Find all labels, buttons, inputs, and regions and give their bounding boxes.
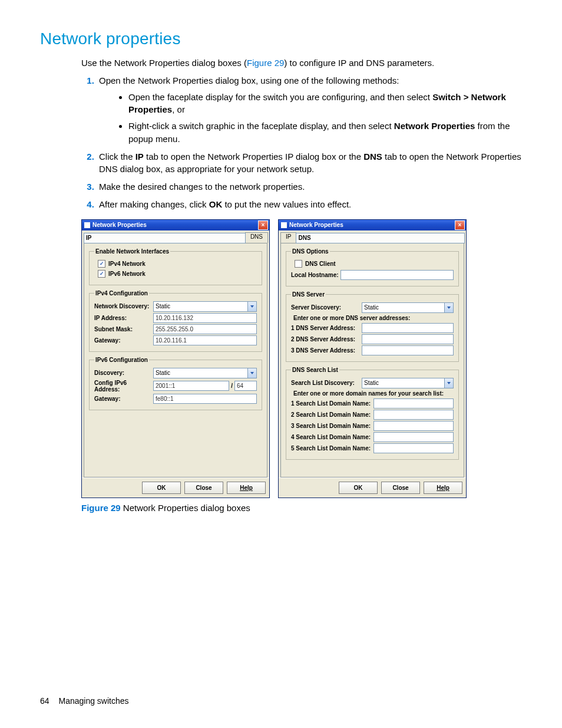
ipv6-config-legend: IPv6 Configuration [94, 357, 149, 363]
search-domain-2-input[interactable] [373, 410, 454, 420]
window-title: Network Properties [92, 222, 147, 228]
help-button[interactable]: Help [424, 482, 462, 494]
network-properties-ip-dialog: Network Properties × IP DNS Enable Netwo… [81, 219, 270, 498]
step-2-mid: tab to open the Network Properties IP di… [144, 151, 363, 162]
step-1b-bold: Network Properties [394, 121, 475, 131]
dns-client-checkbox[interactable]: DNS Client [295, 260, 454, 268]
gateway6-input[interactable]: fe80::1 [153, 394, 257, 404]
dns-options-group: DNS Options DNS Client Local Hostname: [286, 248, 459, 286]
prefix-input[interactable]: 64 [234, 381, 257, 391]
page-title: Network properties [40, 29, 522, 48]
step-2-dns: DNS [363, 151, 382, 162]
close-icon[interactable]: × [455, 220, 465, 230]
dns-server-3-input[interactable] [362, 345, 454, 355]
config-ipv6-label: Config IPv6 Address: [94, 380, 153, 393]
chevron-down-icon[interactable] [247, 368, 256, 378]
discovery-value: Static [156, 370, 170, 376]
figure-caption-text: Network Properties dialog boxes [121, 503, 250, 513]
search-domain-5-label: 5 Search List Domain Name: [291, 445, 373, 452]
close-icon[interactable]: × [258, 220, 268, 230]
tab-dns[interactable]: DNS [245, 232, 268, 243]
local-hostname-label: Local Hostname: [291, 272, 340, 278]
network-discovery-label: Network Discovery: [94, 303, 153, 309]
step-1b: Right-click a switch graphic in the face… [128, 120, 522, 146]
network-discovery-value: Static [156, 303, 170, 309]
search-discovery-label: Search List Discovery: [291, 380, 362, 386]
dns-options-legend: DNS Options [291, 248, 330, 255]
enable-interfaces-group: Enable Network Interfaces ✓IPv4 Network … [89, 248, 262, 285]
dns-server-2-input[interactable] [362, 334, 454, 344]
search-discovery-select[interactable]: Static [362, 378, 454, 388]
ipv4-network-label: IPv4 Network [108, 261, 146, 267]
step-1a: Open the faceplate display for the switc… [128, 91, 522, 117]
config-ipv6-input[interactable]: 2001::1 [153, 381, 229, 391]
chevron-down-icon[interactable] [444, 378, 453, 388]
ok-button[interactable]: OK [339, 482, 378, 494]
search-domain-4-label: 4 Search List Domain Name: [291, 434, 373, 440]
ok-button[interactable]: OK [142, 482, 181, 494]
search-domain-1-label: 1 Search List Domain Name: [291, 400, 373, 407]
ip-address-label: IP Address: [94, 315, 153, 321]
enable-interfaces-legend: Enable Network Interfaces [94, 248, 170, 255]
search-domain-5-input[interactable] [373, 443, 454, 453]
figure-caption: Figure 29 Network Properties dialog boxe… [81, 503, 522, 513]
app-icon [281, 222, 287, 228]
local-hostname-input[interactable] [340, 270, 454, 280]
prefix-slash: / [229, 383, 234, 389]
server-discovery-value: Static [364, 304, 379, 311]
tab-ip[interactable]: IP [84, 233, 246, 243]
step-4-post: to put the new values into effect. [222, 199, 351, 209]
figure-link[interactable]: Figure 29 [247, 58, 284, 68]
step-4: After making changes, click OK to put th… [97, 198, 522, 211]
dns-search-group: DNS Search List Search List Discovery: S… [286, 367, 459, 460]
dns-server-1-label: 1 DNS Server Address: [291, 325, 362, 331]
ipv6-network-checkbox[interactable]: ✓IPv6 Network [98, 270, 257, 278]
ipv4-config-group: IPv4 Configuration Network Discovery: St… [89, 290, 262, 352]
figure-number: Figure 29 [81, 503, 121, 513]
server-discovery-label: Server Discovery: [291, 304, 362, 311]
intro-paragraph: Use the Network Properties dialog boxes … [81, 57, 522, 70]
gateway6-label: Gateway: [94, 396, 153, 402]
step-1a-post: , or [172, 104, 185, 114]
page-number: 64 [40, 696, 49, 706]
dns-server-legend: DNS Server [291, 291, 326, 298]
help-button-label: Help [240, 485, 253, 491]
steps-list: Open the Network Properties dialog box, … [81, 74, 522, 211]
dialog-screenshots: Network Properties × IP DNS Enable Netwo… [81, 219, 522, 498]
step-2: Click the IP tab to open the Network Pro… [97, 150, 522, 176]
step-1b-pre: Right-click a switch graphic in the face… [128, 121, 394, 131]
gateway-label: Gateway: [94, 337, 153, 344]
ip-address-input[interactable]: 10.20.116.132 [153, 313, 257, 323]
chevron-down-icon[interactable] [247, 302, 256, 311]
dns-search-hint: Enter one or more domain names for your … [293, 390, 454, 397]
app-icon [84, 222, 90, 228]
search-domain-1-input[interactable] [373, 398, 454, 409]
network-discovery-select[interactable]: Static [153, 301, 257, 312]
gateway-input[interactable]: 10.20.116.1 [153, 335, 257, 345]
step-2-ip: IP [135, 151, 144, 162]
close-button[interactable]: Close [184, 482, 223, 494]
dns-server-3-label: 3 DNS Server Address: [291, 347, 362, 354]
close-button[interactable]: Close [381, 482, 420, 494]
ipv4-network-checkbox[interactable]: ✓IPv4 Network [98, 260, 257, 268]
tab-dns[interactable]: DNS [296, 233, 465, 243]
subnet-mask-input[interactable]: 255.255.255.0 [153, 324, 257, 334]
step-1: Open the Network Properties dialog box, … [97, 74, 522, 146]
help-button[interactable]: Help [227, 482, 266, 494]
chevron-down-icon[interactable] [444, 303, 453, 312]
page-footer: 64 Managing switches [40, 696, 129, 706]
search-domain-3-input[interactable] [373, 421, 454, 431]
server-discovery-select[interactable]: Static [362, 302, 454, 313]
tab-ip[interactable]: IP [280, 232, 296, 243]
discovery-select[interactable]: Static [153, 368, 257, 378]
subnet-mask-label: Subnet Mask: [94, 326, 153, 332]
search-domain-4-input[interactable] [373, 432, 454, 442]
step-2-pre: Click the [99, 151, 135, 162]
dns-client-label: DNS Client [305, 261, 336, 267]
step-3: Make the desired changes to the network … [97, 180, 522, 193]
dns-server-1-input[interactable] [362, 323, 454, 333]
help-button-label: Help [437, 485, 449, 491]
dns-server-2-label: 2 DNS Server Address: [291, 336, 362, 342]
intro-post: ) to configure IP and DNS parameters. [284, 58, 434, 68]
dns-server-hint: Enter one or more DNS server addresses: [293, 315, 454, 321]
